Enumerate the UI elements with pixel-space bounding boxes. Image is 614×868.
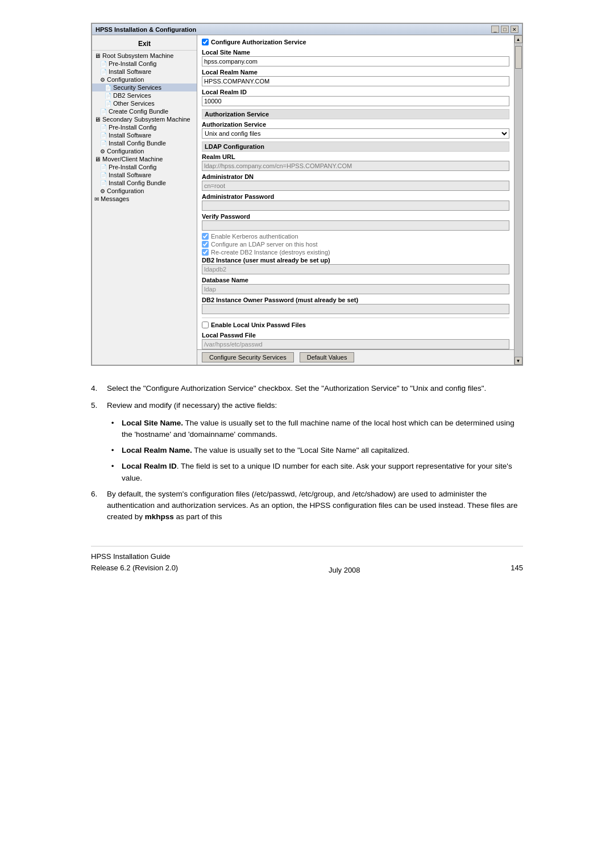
local-site-name-input[interactable]: [202, 56, 509, 66]
scroll-track: [515, 43, 522, 357]
local-realm-name-label: Local Realm Name: [202, 69, 509, 76]
maximize-button[interactable]: □: [501, 26, 509, 33]
local-site-name-group: Local Site Name: [202, 49, 509, 66]
sidebar-item-configuration-2[interactable]: ⚙Configuration: [92, 147, 197, 155]
bullet-3-bold: Local Realm ID: [122, 462, 177, 470]
local-realm-id-label: Local Realm ID: [202, 89, 509, 95]
local-realm-id-group: Local Realm ID: [202, 89, 509, 106]
sidebar-item-create-config[interactable]: 📄Create Config Bundle: [92, 107, 197, 115]
minimize-button[interactable]: _: [491, 26, 499, 33]
application-window: HPSS Installation & Configuration _ □ ✕ …: [91, 23, 523, 366]
verify-password-input: [202, 220, 509, 231]
admin-dn-label: Administrator DN: [202, 173, 509, 180]
admin-dn-input: [202, 181, 509, 191]
sidebar-item-label: Pre-Install Config: [109, 164, 156, 170]
database-name-input[interactable]: [202, 284, 509, 294]
bullet-2: • Local Realm Name. The value is usually…: [108, 445, 523, 456]
enable-local-passwd-label: Enable Local Unix Passwd Files: [211, 322, 306, 328]
auth-service-group: Authorization Service Unix and config fi…: [202, 121, 509, 139]
auth-service-select[interactable]: Unix and config files: [202, 128, 509, 139]
sidebar-item-pre-install-3[interactable]: 📄Pre-Install Config: [92, 163, 197, 171]
sidebar-item-label: Configuration: [107, 76, 144, 83]
bullet-1-text: Local Site Name. The value is usually se…: [122, 418, 523, 441]
sidebar-item-messages[interactable]: ✉Messages: [92, 195, 197, 203]
step-4: 4. Select the "Configure Authorization S…: [91, 383, 523, 394]
ldap-server-checkbox[interactable]: [202, 241, 209, 248]
sidebar-item-pre-install-1[interactable]: 📄Pre-Install Config: [92, 60, 197, 68]
sidebar-item-label: DB2 Services: [113, 92, 151, 99]
sidebar-item-install-config-3[interactable]: 📄Install Config Bundle: [92, 179, 197, 187]
section-divider-line: [202, 318, 509, 318]
exit-button[interactable]: Exit: [92, 37, 197, 51]
sidebar-item-install-sw-3[interactable]: 📄Install Software: [92, 171, 197, 179]
document-body: 4. Select the "Configure Authorization S…: [91, 383, 523, 523]
bullet-1: • Local Site Name. The value is usually …: [108, 418, 523, 441]
configure-auth-checkbox[interactable]: [202, 39, 209, 45]
bullet-3-text: Local Realm ID. The field is set to a un…: [122, 461, 523, 484]
sidebar-item-db2-services[interactable]: 📄DB2 Services: [92, 91, 197, 99]
sidebar-item-label: Root Subsystem Machine: [102, 52, 173, 59]
ldap-server-checkbox-row: Configure an LDAP server on this host: [202, 241, 509, 248]
recreate-db2-label: Re-create DB2 Instance (destroys existin…: [211, 249, 330, 256]
step-5: 5. Review and modify (if necessary) the …: [91, 400, 523, 411]
window-footer: Configure Security Services Default Valu…: [197, 349, 514, 365]
recreate-db2-checkbox[interactable]: [202, 249, 209, 256]
kerberos-checkbox[interactable]: [202, 233, 209, 240]
sidebar-item-configuration-1[interactable]: ⚙Configuration: [92, 76, 197, 84]
db2-password-group: DB2 Instance Owner Password (must alread…: [202, 297, 509, 314]
configure-security-button[interactable]: Configure Security Services: [202, 352, 294, 362]
step-5-text: Review and modify (if necessary) the act…: [107, 400, 277, 411]
sidebar-item-label: Pre-Install Config: [109, 124, 156, 131]
auth-service-label: Authorization Service: [202, 121, 509, 128]
sidebar-item-install-config-2[interactable]: 📄Install Config Bundle: [92, 139, 197, 147]
scroll-up-arrow[interactable]: ▲: [515, 35, 522, 43]
step-6-text-part2: as part of this: [174, 512, 222, 521]
bullet-list: • Local Site Name. The value is usually …: [108, 418, 523, 484]
realm-url-input: [202, 161, 509, 171]
sidebar-item-mover-client[interactable]: 🖥Mover/Client Machine: [92, 155, 197, 163]
form-panel: Configure Authorization Service Local Si…: [197, 35, 514, 349]
step-6-text: By default, the system's configuration f…: [107, 489, 523, 523]
sidebar-item-label: Security Services: [113, 84, 161, 91]
configure-auth-label: Configure Authorization Service: [211, 39, 306, 45]
sidebar-item-label: Configuration: [107, 187, 144, 194]
page-footer: HPSS Installation Guide Release 6.2 (Rev…: [91, 546, 523, 575]
kerberos-label: Enable Kerberos authentication: [211, 233, 298, 240]
configure-auth-checkbox-row: Configure Authorization Service: [202, 39, 509, 45]
close-button[interactable]: ✕: [511, 26, 518, 33]
enable-local-passwd-checkbox[interactable]: [202, 322, 209, 328]
sidebar-item-install-sw-2[interactable]: 📄Install Software: [92, 131, 197, 139]
verify-password-label: Verify Password: [202, 213, 509, 220]
sidebar-item-secondary-subsystem[interactable]: 🖥Secondary Subsystem Machine: [92, 115, 197, 123]
local-realm-name-input[interactable]: [202, 76, 509, 86]
window-controls: _ □ ✕: [491, 26, 518, 33]
local-realm-name-group: Local Realm Name: [202, 69, 509, 86]
db2-instance-label: DB2 Instance (user must already be set u…: [202, 257, 509, 264]
admin-password-label: Administrator Password: [202, 193, 509, 200]
sidebar-item-configuration-3[interactable]: ⚙Configuration: [92, 187, 197, 195]
step-6-bold: mkhpss: [145, 512, 174, 521]
sidebar-item-label: Install Software: [109, 132, 151, 139]
scroll-thumb[interactable]: [515, 46, 522, 69]
db2-password-input: [202, 304, 509, 314]
realm-url-label: Realm URL: [202, 153, 509, 160]
auth-service-section-header: Authorization Service: [202, 109, 509, 119]
scroll-down-arrow[interactable]: ▼: [515, 357, 522, 365]
sidebar-item-install-sw-1[interactable]: 📄Install Software: [92, 68, 197, 76]
sidebar-item-label: Create Config Bundle: [109, 108, 168, 115]
ldap-config-header: LDAP Configuration: [202, 141, 509, 152]
scrollbar[interactable]: ▲ ▼: [514, 35, 522, 365]
local-realm-id-input[interactable]: [202, 96, 509, 106]
navigation-tree: Exit 🖥Root Subsystem Machine📄Pre-Install…: [92, 35, 197, 365]
sidebar-item-label: Install Software: [109, 68, 151, 75]
sidebar-item-pre-install-2[interactable]: 📄Pre-Install Config: [92, 123, 197, 131]
sidebar-item-other-services[interactable]: 📄Other Services: [92, 99, 197, 107]
db2-instance-input[interactable]: [202, 264, 509, 274]
local-site-name-label: Local Site Name: [202, 49, 509, 56]
local-passwd-file-group: Local Passwd File: [202, 332, 509, 349]
default-values-button[interactable]: Default Values: [300, 352, 355, 362]
recreate-db2-checkbox-row: Re-create DB2 Instance (destroys existin…: [202, 249, 509, 256]
admin-dn-group: Administrator DN: [202, 173, 509, 191]
sidebar-item-root-subsystem[interactable]: 🖥Root Subsystem Machine: [92, 52, 197, 60]
sidebar-item-security-services[interactable]: 📄Security Services: [92, 84, 197, 91]
